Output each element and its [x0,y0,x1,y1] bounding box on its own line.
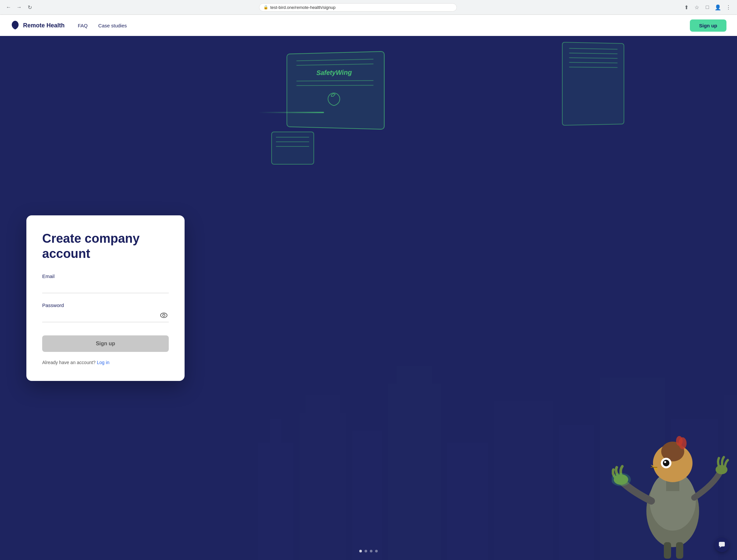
dot-4[interactable] [375,550,378,552]
login-prompt: Already have an account? Log in [42,360,169,365]
lock-icon: 🔒 [263,5,268,10]
dot-2[interactable] [365,550,367,552]
svg-rect-3 [305,395,341,413]
logo-bird-icon [11,20,20,31]
svg-rect-2 [299,413,347,560]
holo-bird-icon [324,90,344,109]
password-wrapper [42,311,169,322]
case-studies-link[interactable]: Case studies [98,23,127,28]
svg-point-22 [663,460,669,466]
logo-text: Remote Health [23,22,65,29]
navbar: Remote Health FAQ Case studies Sign up [0,15,737,36]
dot-1[interactable] [359,550,362,552]
main-content: SafetyWing [0,36,737,560]
signup-card: Create company account Email Password Si… [26,215,185,381]
svg-rect-5 [387,383,441,560]
nav-signup-button[interactable]: Sign up [690,19,726,32]
svg-point-27 [612,473,631,486]
nav-links: FAQ Case studies [78,23,690,28]
profile-button[interactable]: 👤 [713,3,722,12]
bg-illustration: SafetyWing [258,36,737,560]
svg-rect-4 [353,430,382,560]
form-title: Create company account [42,231,169,261]
svg-rect-33 [719,542,725,546]
back-button[interactable]: ← [4,3,13,12]
svg-rect-29 [664,542,671,559]
email-input[interactable] [42,282,169,293]
carousel-dots [359,550,378,552]
svg-rect-30 [676,542,683,559]
svg-point-32 [163,314,165,316]
email-label: Email [42,273,169,279]
browser-nav-buttons: ← → ↻ [4,3,34,12]
svg-rect-6 [396,366,432,384]
signup-submit-button[interactable]: Sign up [42,335,169,352]
svg-rect-8 [494,401,553,560]
address-bar[interactable]: 🔒 test-bird.one/remote-health/signup [259,3,457,12]
holo-screen-right [562,42,624,126]
logo-area[interactable]: Remote Health [11,20,65,31]
holo-screen-main: SafetyWing [287,51,384,130]
login-link[interactable]: Log in [97,360,109,365]
email-form-group: Email [42,273,169,293]
svg-point-23 [664,461,666,463]
bookmark-button[interactable]: ☆ [692,3,701,12]
forward-button[interactable]: → [15,3,24,12]
menu-button[interactable]: ⋮ [724,3,733,12]
svg-point-31 [161,313,167,318]
browser-chrome: ← → ↻ 🔒 test-bird.one/remote-health/sign… [0,0,737,15]
svg-rect-7 [446,442,488,560]
tab-button[interactable]: □ [703,3,712,12]
svg-rect-9 [559,425,594,560]
share-button[interactable]: ⬆ [682,3,691,12]
svg-rect-1 [270,419,282,443]
url-text: test-bird.one/remote-health/signup [270,5,452,10]
dot-3[interactable] [370,550,372,552]
chat-bubble[interactable] [715,538,729,552]
password-input[interactable] [42,311,169,322]
holo-beam [258,112,324,113]
svg-rect-0 [258,442,293,560]
password-form-group: Password [42,302,169,322]
holo-screen-small [271,132,314,165]
refresh-button[interactable]: ↻ [25,3,34,12]
browser-actions: ⬆ ☆ □ 👤 ⋮ [682,3,733,12]
holo-brand-text: SafetyWing [287,68,384,77]
svg-point-20 [676,436,683,446]
password-label: Password [42,302,169,308]
chat-icon [718,541,725,548]
chicken-character [612,386,734,560]
svg-marker-34 [720,546,722,548]
show-password-icon[interactable] [160,313,168,320]
faq-link[interactable]: FAQ [78,23,88,28]
